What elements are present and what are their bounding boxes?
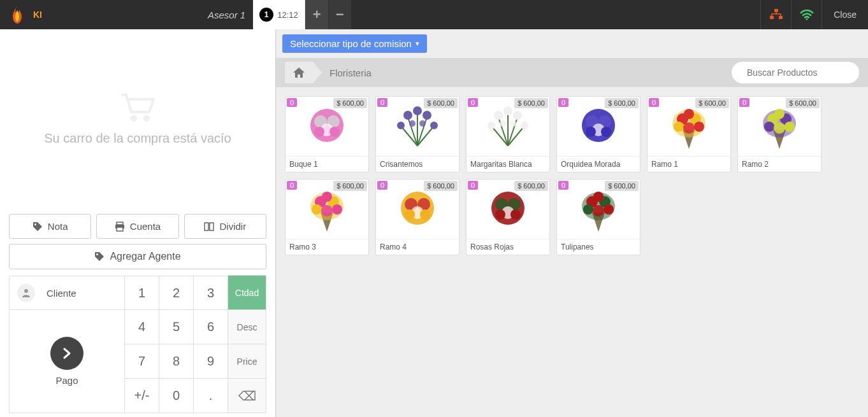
cuenta-button[interactable]: Cuenta <box>96 214 178 239</box>
key-0[interactable]: 0 <box>159 378 194 413</box>
print-icon <box>115 222 125 232</box>
qty-badge: 0 <box>287 98 297 107</box>
svg-point-63 <box>764 122 774 132</box>
key-8[interactable]: 8 <box>159 344 194 379</box>
home-icon <box>293 67 305 78</box>
product-card[interactable]: 0 $ 600,00 Buque 1 <box>285 96 369 173</box>
key-5[interactable]: 5 <box>159 309 194 344</box>
wifi-icon[interactable] <box>791 0 821 29</box>
qty-badge: 0 <box>468 98 478 107</box>
order-tab[interactable]: 1 12:12 <box>253 0 305 29</box>
product-name: Ramo 3 <box>286 239 368 255</box>
product-card[interactable]: 0 $ 600,00 Rosas Rojas <box>466 179 550 255</box>
svg-point-27 <box>403 111 412 120</box>
product-card[interactable]: 0 $ 600,00 Tulipanes <box>556 179 640 255</box>
commission-select[interactable]: Seleccionar tipo de comision <box>282 34 427 53</box>
key-backspace[interactable]: ⌫ <box>228 378 266 413</box>
qty-badge: 0 <box>287 181 297 190</box>
product-card[interactable]: 0 $ 600,00 Margaritas Blanca <box>466 96 550 173</box>
key-4[interactable]: 4 <box>124 309 159 344</box>
product-name: Ramo 2 <box>738 157 821 172</box>
svg-point-42 <box>488 122 495 129</box>
price-badge: $ 600,00 <box>514 98 548 108</box>
price-badge: $ 600,00 <box>786 98 820 108</box>
svg-point-43 <box>521 122 528 129</box>
svg-point-77 <box>405 209 415 220</box>
svg-point-12 <box>96 253 98 255</box>
tag-icon <box>33 222 43 232</box>
left-pane: Su carro de la compra está vacío Nota Cu… <box>0 29 276 417</box>
key-2[interactable]: 2 <box>159 276 194 310</box>
svg-point-13 <box>24 289 28 293</box>
price-badge: $ 600,00 <box>424 98 458 108</box>
product-card[interactable]: 0 $ 600,00 Ramo 4 <box>375 179 459 255</box>
svg-point-65 <box>774 122 785 134</box>
product-card[interactable]: 0 $ 600,00 Ramo 1 <box>647 96 731 173</box>
svg-point-41 <box>513 111 522 120</box>
qty-badge: 0 <box>377 98 387 107</box>
svg-point-70 <box>312 204 322 215</box>
svg-rect-7 <box>117 222 123 225</box>
product-name: Tulipanes <box>557 239 640 255</box>
key-3[interactable]: 3 <box>193 276 228 310</box>
product-grid: 0 $ 600,00 Buque 1 0 $ 600,00 Crisant <box>276 87 868 417</box>
product-card[interactable]: 0 $ 600,00 Ramo 2 <box>737 96 821 173</box>
svg-point-91 <box>593 205 604 216</box>
asesor-label[interactable]: Asesor 1 <box>208 10 245 20</box>
network-icon[interactable] <box>760 0 791 29</box>
key-qty[interactable]: Ctdad <box>228 275 266 310</box>
nota-button[interactable]: Nota <box>9 214 91 239</box>
price-badge: $ 600,00 <box>695 98 729 108</box>
home-breadcrumb[interactable] <box>285 62 313 83</box>
product-name: Margaritas Blanca <box>467 157 549 172</box>
product-card[interactable]: 0 $ 600,00 Ramo 3 <box>285 179 369 255</box>
search-input[interactable] <box>747 67 858 78</box>
svg-line-25 <box>401 127 417 146</box>
svg-point-20 <box>314 127 324 137</box>
cliente-button[interactable]: Cliente <box>9 276 125 310</box>
key-price[interactable]: Price <box>228 344 266 379</box>
search-box[interactable] <box>732 62 859 83</box>
price-badge: $ 600,00 <box>333 181 367 191</box>
product-card[interactable]: 0 $ 600,00 Orquidea Morada <box>556 96 640 173</box>
cart-icon <box>119 92 157 124</box>
svg-point-64 <box>785 122 795 132</box>
svg-point-51 <box>601 127 611 137</box>
price-badge: $ 600,00 <box>605 98 639 108</box>
product-card[interactable]: 0 $ 600,00 Crisantemos <box>375 96 459 173</box>
svg-point-69 <box>322 192 332 202</box>
flame-icon <box>6 4 28 25</box>
agregar-agente-button[interactable]: Agregar Agente <box>9 244 266 269</box>
svg-point-31 <box>430 122 438 129</box>
product-name: Buque 1 <box>286 157 368 172</box>
product-name: Orquidea Morada <box>557 157 640 172</box>
key-dot[interactable]: . <box>193 378 228 413</box>
key-1[interactable]: 1 <box>124 276 159 310</box>
pago-button[interactable]: Pago <box>9 310 125 413</box>
key-plusminus[interactable]: +/- <box>124 378 159 413</box>
svg-point-78 <box>420 209 430 220</box>
add-tab-button[interactable]: + <box>305 0 328 29</box>
svg-point-6 <box>34 223 36 225</box>
dividir-button[interactable]: Dividir <box>184 214 266 239</box>
remove-tab-button[interactable]: − <box>328 0 351 29</box>
svg-point-30 <box>397 122 405 129</box>
svg-point-29 <box>423 111 431 120</box>
key-9[interactable]: 9 <box>193 344 228 379</box>
key-6[interactable]: 6 <box>193 309 228 344</box>
tab-time: 12:12 <box>277 10 298 20</box>
svg-line-26 <box>417 127 433 146</box>
price-badge: $ 600,00 <box>605 181 639 191</box>
svg-point-21 <box>329 127 340 137</box>
price-badge: $ 600,00 <box>333 98 367 108</box>
svg-point-72 <box>321 205 333 216</box>
key-desc[interactable]: Desc <box>228 309 266 344</box>
product-name: Ramo 1 <box>647 157 730 172</box>
qty-badge: 0 <box>377 181 387 190</box>
close-button[interactable]: Close <box>821 0 868 29</box>
key-7[interactable]: 7 <box>124 344 159 379</box>
svg-rect-1 <box>770 16 774 19</box>
category-breadcrumb[interactable]: Floristeria <box>313 62 382 83</box>
user-icon <box>17 284 35 302</box>
svg-point-58 <box>683 122 695 134</box>
